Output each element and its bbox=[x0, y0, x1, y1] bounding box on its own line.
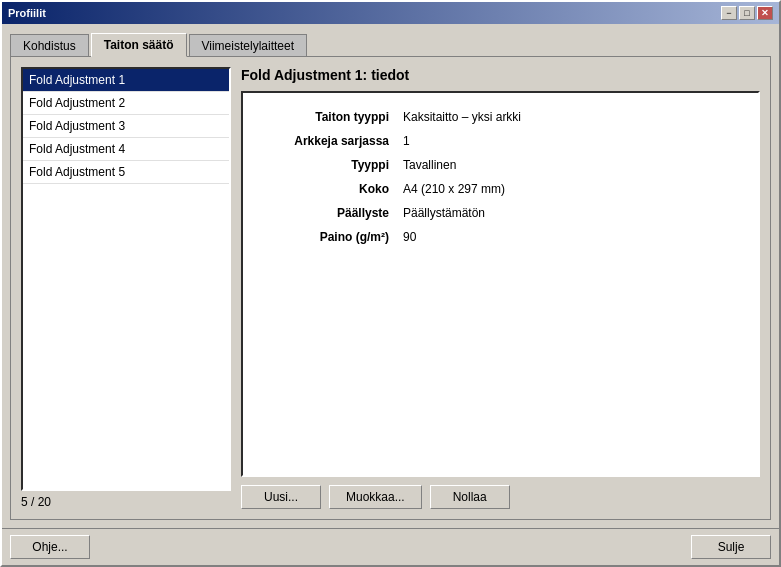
maximize-button[interactable]: □ bbox=[739, 6, 755, 20]
tab-taiton-saato[interactable]: Taiton säätö bbox=[91, 33, 187, 57]
table-row: Tyyppi Tavallinen bbox=[259, 153, 742, 177]
list-item[interactable]: Fold Adjustment 3 bbox=[23, 115, 229, 138]
list-item[interactable]: Fold Adjustment 4 bbox=[23, 138, 229, 161]
info-table: Taiton tyyppi Kaksitaitto – yksi arkki A… bbox=[259, 105, 742, 249]
field-value: Tavallinen bbox=[399, 153, 742, 177]
title-bar: Profiilit − □ ✕ bbox=[2, 2, 779, 24]
edit-button[interactable]: Muokkaa... bbox=[329, 485, 422, 509]
list-item[interactable]: Fold Adjustment 5 bbox=[23, 161, 229, 184]
main-area: Fold Adjustment 1 Fold Adjustment 2 Fold… bbox=[21, 67, 760, 509]
field-label: Arkkeja sarjassa bbox=[259, 129, 399, 153]
table-row: Arkkeja sarjassa 1 bbox=[259, 129, 742, 153]
minimize-button[interactable]: − bbox=[721, 6, 737, 20]
tab-content: Fold Adjustment 1 Fold Adjustment 2 Fold… bbox=[10, 56, 771, 520]
close-window-button[interactable]: ✕ bbox=[757, 6, 773, 20]
list-item[interactable]: Fold Adjustment 1 bbox=[23, 69, 229, 92]
list-item[interactable]: Fold Adjustment 2 bbox=[23, 92, 229, 115]
field-label: Paino (g/m²) bbox=[259, 225, 399, 249]
new-button[interactable]: Uusi... bbox=[241, 485, 321, 509]
info-panel: Fold Adjustment 1: tiedot Taiton tyyppi … bbox=[241, 67, 760, 509]
window-title: Profiilit bbox=[8, 7, 46, 19]
field-label: Päällyste bbox=[259, 201, 399, 225]
table-row: Paino (g/m²) 90 bbox=[259, 225, 742, 249]
field-value: 90 bbox=[399, 225, 742, 249]
table-row: Taiton tyyppi Kaksitaitto – yksi arkki bbox=[259, 105, 742, 129]
tab-bar: Kohdistus Taiton säätö Viimeistelylaitte… bbox=[10, 32, 771, 56]
bottom-bar: Ohje... Sulje bbox=[2, 528, 779, 565]
field-value: Kaksitaitto – yksi arkki bbox=[399, 105, 742, 129]
list-panel: Fold Adjustment 1 Fold Adjustment 2 Fold… bbox=[21, 67, 231, 509]
fold-adjustment-list[interactable]: Fold Adjustment 1 Fold Adjustment 2 Fold… bbox=[21, 67, 231, 491]
field-label: Tyyppi bbox=[259, 153, 399, 177]
reset-button[interactable]: Nollaa bbox=[430, 485, 510, 509]
info-title: Fold Adjustment 1: tiedot bbox=[241, 67, 760, 83]
title-bar-buttons: − □ ✕ bbox=[721, 6, 773, 20]
tab-kohdistus[interactable]: Kohdistus bbox=[10, 34, 89, 57]
tab-viimeistelylaitteet[interactable]: Viimeistelylaitteet bbox=[189, 34, 307, 57]
window-content: Kohdistus Taiton säätö Viimeistelylaitte… bbox=[2, 24, 779, 528]
close-button[interactable]: Sulje bbox=[691, 535, 771, 559]
info-box: Taiton tyyppi Kaksitaitto – yksi arkki A… bbox=[241, 91, 760, 477]
field-value: Päällystämätön bbox=[399, 201, 742, 225]
field-value: A4 (210 x 297 mm) bbox=[399, 177, 742, 201]
table-row: Päällyste Päällystämätön bbox=[259, 201, 742, 225]
field-label: Taiton tyyppi bbox=[259, 105, 399, 129]
list-count: 5 / 20 bbox=[21, 495, 231, 509]
field-value: 1 bbox=[399, 129, 742, 153]
field-label: Koko bbox=[259, 177, 399, 201]
main-window: Profiilit − □ ✕ Kohdistus Taiton säätö V… bbox=[0, 0, 781, 567]
table-row: Koko A4 (210 x 297 mm) bbox=[259, 177, 742, 201]
action-buttons: Uusi... Muokkaa... Nollaa bbox=[241, 485, 760, 509]
help-button[interactable]: Ohje... bbox=[10, 535, 90, 559]
